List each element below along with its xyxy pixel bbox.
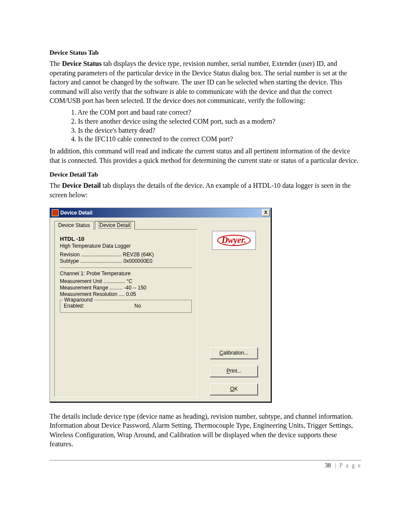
wraparound-value: No (134, 303, 141, 309)
wraparound-legend: Wraparound (63, 297, 94, 303)
section-para-status: The Device Status tab displays the devic… (50, 59, 361, 106)
section-heading-detail: Device Detail Tab (50, 171, 361, 178)
measurement-unit: Measurement Unit ............... °C (60, 278, 192, 284)
btn-text: alibration... (223, 350, 249, 356)
device-description: High Temperature Data Logger (60, 243, 192, 249)
section-para-detail-2: The details include device type (device … (50, 412, 361, 449)
text-strong: Device Detail (62, 182, 101, 189)
detail-panel: HTDL -10 High Temperature Data Logger Re… (54, 229, 197, 397)
list-item: 2. Is there another device using the sel… (71, 117, 361, 126)
right-panel: Dwyer. Calibration... Print... OK (197, 229, 266, 397)
ok-button[interactable]: OK (210, 383, 258, 395)
revision-line: Revision ............................ RE… (60, 252, 192, 258)
mnemonic: O (230, 386, 234, 392)
titlebar[interactable]: Device Detail X (50, 208, 271, 218)
measurement-range: Measurement Range ......... -40 -- 150 (60, 285, 192, 291)
page-label: | P a g e (333, 462, 361, 469)
tab-device-detail[interactable]: Device Detail (95, 221, 135, 230)
tab-strip: Device Status Device Detail (54, 221, 266, 230)
page-footer: 38 | P a g e (50, 460, 361, 469)
calibration-button[interactable]: Calibration... (210, 347, 258, 359)
text: The (50, 182, 62, 189)
list-item: 3. Is the device's battery dead? (71, 126, 361, 135)
wraparound-label: Enabled: (64, 303, 84, 309)
troubleshoot-list: 1. Are the COM port and baud rate correc… (71, 108, 361, 144)
close-button[interactable]: X (262, 209, 270, 216)
print-button[interactable]: Print... (210, 365, 258, 377)
page-number: 38 (325, 462, 331, 469)
brand-logo: Dwyer. (212, 231, 256, 250)
window-title: Device Detail (60, 210, 262, 216)
subtype-line: Subtype ............................. 0x… (60, 258, 192, 264)
text-strong: Device Status (62, 60, 102, 67)
device-detail-dialog: Device Detail X Device Status Device Det… (50, 208, 271, 402)
tab-label: Device Status (58, 222, 90, 228)
btn-text: K (234, 386, 238, 392)
channel-heading: Channel 1: Probe Temperature (60, 271, 192, 277)
divider (60, 268, 192, 268)
mnemonic: P (227, 368, 230, 374)
brand-logo-text: Dwyer. (217, 235, 250, 246)
section-para-status-2: In addition, this command will read and … (50, 146, 361, 165)
app-icon (52, 209, 59, 216)
tab-label: Device Detail (99, 222, 131, 229)
section-heading-status: Device Status Tab (50, 49, 361, 56)
measurement-resolution: Measurement Resolution .... 0.05 (60, 291, 192, 297)
list-item: 1. Are the COM port and baud rate correc… (71, 108, 361, 117)
device-name: HTDL -10 (60, 236, 192, 242)
mnemonic: C (219, 350, 223, 356)
text: The (50, 60, 62, 67)
list-item: 4. Is the IFC110 cable connected to the … (71, 135, 361, 144)
btn-text: rint... (230, 368, 242, 374)
section-para-detail: The Device Detail tab displays the detai… (50, 181, 361, 199)
tab-device-status[interactable]: Device Status (54, 221, 94, 230)
wraparound-group: Wraparound Enabled: No (60, 300, 192, 313)
